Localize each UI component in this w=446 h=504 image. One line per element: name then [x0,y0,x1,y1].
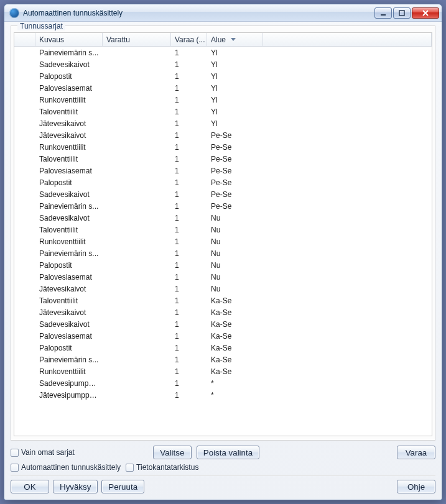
cell-varaa: 1 [171,96,207,104]
table-row[interactable]: Jätevesikaivot1Nu [14,283,432,295]
select-button[interactable]: Valitse [153,446,192,459]
table-row[interactable]: Palovesiasemat1Nu [14,271,432,283]
cancel-button[interactable]: Peruuta [101,480,144,493]
table-row[interactable]: Runkoventtiilit1Ka-Se [14,365,432,377]
cell-alue: Pe-Se [207,155,263,163]
series-grid[interactable]: Kuvaus Varattu Varaa (... Alue Paineviem… [14,32,432,436]
cell-kuvaus: Sadevesikaivot [35,60,103,69]
cell-kuvaus: Jätevesikaivot [35,285,103,293]
toolbar-row1: Vain omat sarjat Valitse Poista valinta … [11,446,435,459]
table-row[interactable]: Palopostit1Pe-Se [14,176,432,188]
cell-kuvaus: Palovesiasemat [35,84,103,93]
help-button[interactable]: Ohje [397,480,435,493]
table-row[interactable]: Sadevesikaivot1Pe-Se [14,188,432,200]
table-row[interactable]: Taloventtiilit1Pe-Se [14,153,432,165]
cell-varaa: 1 [171,131,207,140]
cell-varaa: 1 [171,108,207,116]
svg-rect-1 [399,11,404,16]
checkbox-icon [11,464,19,472]
cell-kuvaus: Palovesiasemat [35,273,103,282]
table-row[interactable]: Palovesiasemat1Yl [14,82,432,94]
table-row[interactable]: Taloventtiilit1Nu [14,224,432,236]
cell-alue: Nu [207,273,263,282]
cell-kuvaus: Jätevesikaivot [35,308,103,317]
cell-varaa: 1 [171,202,207,211]
cell-varaa: 1 [171,226,207,234]
cell-varaa: 1 [171,249,207,258]
dbcheck-checkbox[interactable]: Tietokantatarkistus [126,463,198,472]
table-row[interactable]: Palopostit1Ka-Se [14,342,432,354]
cell-varaa: 1 [171,367,207,376]
cell-kuvaus: Runkoventtiilit [35,237,103,246]
cell-kuvaus: Palopostit [35,178,103,187]
cell-varaa: 1 [171,119,207,128]
table-row[interactable]: Sadevesipumpp...1* [14,377,432,389]
col-varattu[interactable]: Varattu [103,33,171,46]
cell-alue: Nu [207,249,263,258]
table-row[interactable]: Palovesiasemat1Ka-Se [14,330,432,342]
footer: OK Hyväksy Peruuta Ohje [11,480,435,493]
table-row[interactable]: Taloventtiilit1Yl [14,106,432,117]
cell-kuvaus: Sadevesikaivot [35,214,103,222]
table-row[interactable]: Jätevesikaivot1Pe-Se [14,129,432,141]
checkbox-icon [126,464,134,472]
cell-kuvaus: Taloventtiilit [35,296,103,305]
cell-kuvaus: Sadevesipumpp... [35,379,103,388]
cell-alue: Pe-Se [207,178,263,187]
table-row[interactable]: Taloventtiilit1Ka-Se [14,295,432,306]
table-row[interactable]: Runkoventtiilit1Yl [14,94,432,106]
own-series-checkbox[interactable]: Vain omat sarjat [11,448,75,457]
close-button[interactable] [412,7,439,19]
col-selector[interactable] [14,33,35,46]
table-row[interactable]: Sadevesikaivot1Yl [14,58,432,70]
table-row[interactable]: Runkoventtiilit1Pe-Se [14,141,432,153]
col-alue[interactable]: Alue [207,33,263,46]
table-row[interactable]: Paineviemärin s...1Nu [14,247,432,259]
cell-varaa: 1 [171,273,207,282]
table-row[interactable]: Paineviemärin s...1Pe-Se [14,200,432,212]
ok-button[interactable]: OK [11,480,49,493]
grid-header[interactable]: Kuvaus Varattu Varaa (... Alue [14,33,432,47]
table-row[interactable]: Runkoventtiilit1Nu [14,236,432,247]
cell-alue: Nu [207,214,263,222]
separator [11,475,435,476]
maximize-button[interactable] [393,7,411,19]
table-row[interactable]: Paineviemärin s...1Ka-Se [14,354,432,365]
grid-body[interactable]: Paineviemärin s...1YlSadevesikaivot1YlPa… [14,47,432,401]
reserve-button[interactable]: Varaa [397,446,435,459]
cell-varaa: 1 [171,391,207,400]
cell-alue: * [207,391,263,400]
titlebar[interactable]: Automaattinen tunnuskäsittely [4,4,442,22]
col-kuvaus[interactable]: Kuvaus [35,33,103,46]
minimize-button[interactable] [374,7,392,19]
apply-button[interactable]: Hyväksy [53,480,98,493]
col-varaa[interactable]: Varaa (... [171,33,207,46]
cell-kuvaus: Runkoventtiilit [35,143,103,152]
cell-kuvaus: Taloventtiilit [35,155,103,163]
cell-alue: Yl [207,60,263,69]
cell-varaa: 1 [171,237,207,246]
cell-kuvaus: Taloventtiilit [35,226,103,234]
cell-kuvaus: Taloventtiilit [35,108,103,116]
table-row[interactable]: Palopostit1Yl [14,70,432,82]
table-row[interactable]: Sadevesikaivot1Ka-Se [14,318,432,330]
table-row[interactable]: Jätevesikaivot1Ka-Se [14,306,432,318]
table-row[interactable]: Jätevesipumppa...1* [14,389,432,401]
cell-kuvaus: Palopostit [35,261,103,270]
cell-varaa: 1 [171,84,207,93]
cell-alue: Pe-Se [207,131,263,140]
cell-varaa: 1 [171,48,207,57]
table-row[interactable]: Palopostit1Nu [14,259,432,271]
cell-alue: Pe-Se [207,190,263,199]
table-row[interactable]: Sadevesikaivot1Nu [14,212,432,224]
cell-alue: Ka-Se [207,296,263,305]
table-row[interactable]: Jätevesikaivot1Yl [14,117,432,129]
deselect-button[interactable]: Poista valinta [197,446,259,459]
cell-alue: Ka-Se [207,355,263,364]
series-group: Tunnussarjat Kuvaus Varattu Varaa (... A… [11,25,435,441]
auto-checkbox[interactable]: Automaattinen tunnuskäsittely [11,463,121,472]
table-row[interactable]: Palovesiasemat1Pe-Se [14,165,432,176]
cell-kuvaus: Runkoventtiilit [35,96,103,104]
cell-alue: Ka-Se [207,367,263,376]
table-row[interactable]: Paineviemärin s...1Yl [14,47,432,58]
